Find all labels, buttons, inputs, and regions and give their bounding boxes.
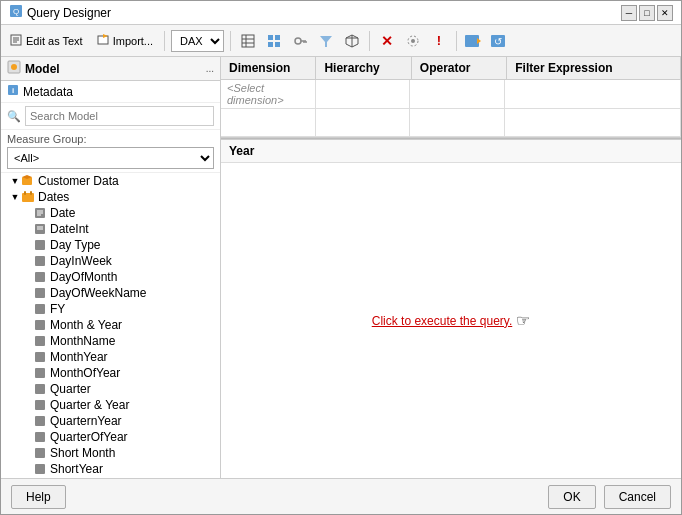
maximize-button[interactable]: □ (639, 5, 655, 21)
svg-text:Q: Q (13, 7, 19, 16)
cancel-button[interactable]: Cancel (604, 485, 671, 509)
dax-dropdown[interactable]: DAX (171, 30, 224, 52)
ok-button[interactable]: OK (548, 485, 595, 509)
field-icon (33, 286, 47, 300)
tree-item-dateint[interactable]: DateInt (1, 221, 220, 237)
minimize-button[interactable]: ─ (621, 5, 637, 21)
close-button[interactable]: ✕ (657, 5, 673, 21)
tree-item-date[interactable]: Date (1, 205, 220, 221)
filter-cell-expression[interactable] (505, 80, 681, 108)
left-panel-title: Model (7, 60, 60, 77)
tree-item-monthyear[interactable]: Month & Year (1, 317, 220, 333)
execute-label: Click to execute the query. (372, 314, 513, 328)
svg-rect-56 (35, 400, 45, 410)
field-icon (33, 206, 47, 220)
tree-item-dayofweekname[interactable]: DayOfWeekName (1, 285, 220, 301)
grid-icon-button[interactable] (263, 30, 285, 52)
tree-item-quarter[interactable]: Quarter (1, 381, 220, 397)
dates-icon (21, 190, 35, 204)
tree-item-dates[interactable]: ▼ Dates (1, 189, 220, 205)
search-input[interactable] (25, 106, 214, 126)
table-icon-button[interactable] (237, 30, 259, 52)
title-bar: Q Query Designer ─ □ ✕ (1, 1, 681, 25)
panel-more-button[interactable]: ... (206, 63, 214, 74)
hand-cursor-icon: ☞ (516, 311, 530, 330)
toolbar-sep-4 (456, 31, 457, 51)
field-icon (33, 430, 47, 444)
tree-item-customer-data[interactable]: ▼ Customer Data (1, 173, 220, 189)
tree-item-quarter-year[interactable]: Quarter & Year (1, 397, 220, 413)
tree-item-monthname[interactable]: MonthName (1, 333, 220, 349)
footer-right: OK Cancel (548, 485, 671, 509)
filter-cell-operator[interactable] (410, 80, 505, 108)
settings-icon-button[interactable] (402, 30, 424, 52)
refresh-icon-button[interactable]: ↺ (489, 30, 511, 52)
edit-as-text-label: Edit as Text (26, 35, 83, 47)
svg-rect-50 (35, 304, 45, 314)
svg-rect-48 (35, 272, 45, 282)
key-icon-button[interactable] (289, 30, 311, 52)
edit-text-icon (10, 33, 24, 49)
tree-item-dayofmonth[interactable]: DayOfMonth (1, 269, 220, 285)
tree-item-label: Date (50, 206, 75, 220)
filter-cell-dimension[interactable]: <Select dimension> (221, 80, 316, 108)
tree-item-monthyear2[interactable]: MonthYear (1, 349, 220, 365)
tree-item-dayinweek[interactable]: DayInWeek (1, 253, 220, 269)
import-icon (97, 33, 111, 49)
tree-item-fy[interactable]: FY (1, 301, 220, 317)
field-icon (33, 334, 47, 348)
edit-as-text-button[interactable]: Edit as Text (5, 29, 88, 53)
help-button[interactable]: Help (11, 485, 66, 509)
model-title: Model (25, 62, 60, 76)
field-icon (33, 398, 47, 412)
filter-row-empty (221, 109, 681, 137)
svg-rect-36 (22, 193, 34, 202)
footer-left: Help (11, 485, 66, 509)
filter-col-operator-header: Operator (412, 57, 507, 79)
tree-item-label: DayOfMonth (50, 270, 117, 284)
tree-item-label: Month & Year (50, 318, 122, 332)
run-icon-button[interactable] (463, 30, 485, 52)
expand-placeholder (21, 207, 33, 219)
tree-item-label: MonthName (50, 334, 115, 348)
tree-item-label: MonthYear (50, 350, 108, 364)
tree-item-shortmonth[interactable]: Short Month (1, 445, 220, 461)
window-icon: Q (9, 4, 23, 21)
tree-item-quarternyear[interactable]: QuarternYear (1, 413, 220, 429)
tree-item-quarterofyear[interactable]: QuarterOfYear (1, 429, 220, 445)
measure-group-select[interactable]: <All> (7, 147, 214, 169)
field-icon (33, 446, 47, 460)
svg-rect-58 (35, 432, 45, 442)
toolbar-sep-1 (164, 31, 165, 51)
tree-item-monthofyear[interactable]: MonthOfYear (1, 365, 220, 381)
filter-icon-button[interactable] (315, 30, 337, 52)
svg-rect-13 (275, 35, 280, 40)
delete-icon-button[interactable]: ✕ (376, 30, 398, 52)
tree-item-label: DayInWeek (50, 254, 112, 268)
data-section: Year Click to execute the query. ☞ (221, 140, 681, 478)
cube-icon-button[interactable] (341, 30, 363, 52)
field-icon (33, 270, 47, 284)
svg-marker-20 (320, 36, 332, 47)
toolbar-sep-3 (369, 31, 370, 51)
tree-item-label: Quarter & Year (50, 398, 129, 412)
execute-query-link[interactable]: Click to execute the query. ☞ (372, 311, 531, 330)
import-label: Import... (113, 35, 153, 47)
tree-item-daytype[interactable]: Day Type (1, 237, 220, 253)
filter-cell-hierarchy[interactable] (316, 80, 411, 108)
field-icon (33, 366, 47, 380)
tree-item-label: QuarterOfYear (50, 430, 128, 444)
svg-rect-49 (35, 288, 45, 298)
filter-row: <Select dimension> (221, 80, 681, 109)
tree-container: ▼ Customer Data ▼ (1, 173, 220, 478)
left-panel: Model ... i Metadata 🔍 Measure Group: (1, 57, 221, 478)
metadata-label[interactable]: Metadata (23, 85, 73, 99)
red-exclaim-button[interactable]: ! (428, 30, 450, 52)
svg-rect-59 (35, 448, 45, 458)
svg-text:↺: ↺ (494, 36, 502, 47)
import-button[interactable]: Import... (92, 29, 158, 53)
svg-rect-47 (35, 256, 45, 266)
tree-item-shortyear[interactable]: ShortYear (1, 461, 220, 477)
svg-rect-52 (35, 336, 45, 346)
tree-item-label: Quarter (50, 382, 91, 396)
